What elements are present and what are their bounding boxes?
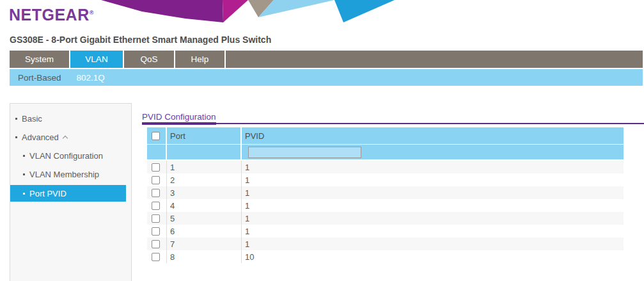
header-checkbox-cell <box>147 127 167 144</box>
filter-pvid-cell <box>242 145 624 159</box>
netgear-logo: NETGEAR® <box>9 6 94 24</box>
port-cell: 8 <box>167 250 242 263</box>
table-row: 7 1 <box>147 237 624 250</box>
nav-filler <box>226 51 643 68</box>
sidebar-item-label: Advanced <box>22 132 59 142</box>
sidebar-item-label: VLAN Configuration <box>29 151 103 161</box>
pvid-cell: 1 <box>242 173 624 186</box>
brand-banner-graphic <box>0 0 644 23</box>
section-heading: PVID Configuration <box>142 112 216 122</box>
checkbox-cell <box>147 250 167 263</box>
pvid-table: Port PVID 1 1 2 1 3 1 4 1 5 1 6 1 <box>147 127 624 263</box>
page-title: GS308E - 8-Port Gigabit Ethernet Smart M… <box>10 35 271 45</box>
filter-port-cell <box>167 145 242 159</box>
table-row: 8 10 <box>147 250 624 263</box>
table-row: 3 1 <box>147 186 624 199</box>
column-header-pvid: PVID <box>242 127 624 144</box>
row-checkbox[interactable] <box>152 202 160 210</box>
checkbox-cell <box>147 161 167 173</box>
pvid-cell: 1 <box>242 161 624 173</box>
port-cell: 2 <box>167 173 242 186</box>
select-all-checkbox[interactable] <box>152 132 160 140</box>
pvid-cell: 1 <box>242 212 624 225</box>
filter-checkbox-cell <box>147 145 167 159</box>
pvid-cell: 10 <box>242 250 624 263</box>
tab-help[interactable]: Help <box>175 51 226 68</box>
tab-qos[interactable]: QoS <box>124 51 175 68</box>
sidebar-menu: Basic Advanced VLAN Configuration VLAN M… <box>10 104 131 202</box>
bullet-square-icon <box>15 118 17 120</box>
main-nav: System VLAN QoS Help <box>10 51 643 68</box>
row-checkbox[interactable] <box>152 227 160 236</box>
table-row: 5 1 <box>147 212 624 225</box>
table-row: 1 1 <box>147 161 624 173</box>
collapse-arrow-icon <box>63 136 68 141</box>
sidebar-item-vlan-membership[interactable]: VLAN Membership <box>10 165 131 184</box>
checkbox-cell <box>147 237 167 250</box>
bullet-square-icon <box>23 173 25 175</box>
port-cell: 4 <box>167 199 242 212</box>
row-checkbox[interactable] <box>152 163 160 172</box>
tab-vlan[interactable]: VLAN <box>70 51 124 68</box>
pvid-filter-input[interactable] <box>248 147 361 158</box>
pvid-cell: 1 <box>242 186 624 199</box>
sidebar-item-port-pvid[interactable]: Port PVID <box>10 185 126 202</box>
subnav-item-8021q[interactable]: 802.1Q <box>77 73 105 83</box>
logo-text: NETGEAR <box>9 6 90 24</box>
sidebar-item-basic[interactable]: Basic <box>10 109 131 128</box>
table-filter-row <box>147 145 624 159</box>
sidebar-item-label: VLAN Membership <box>29 170 99 179</box>
heading-rule <box>142 123 644 124</box>
tab-system[interactable]: System <box>10 51 70 68</box>
pvid-cell: 1 <box>242 225 624 237</box>
sidebar-item-advanced[interactable]: Advanced <box>10 128 131 147</box>
checkbox-cell <box>147 225 167 237</box>
bullet-square-icon <box>23 193 25 195</box>
port-cell: 1 <box>167 161 242 173</box>
port-cell: 7 <box>167 237 242 250</box>
table-row: 6 1 <box>147 225 624 237</box>
sidebar-item-label: Basic <box>22 114 42 124</box>
row-checkbox[interactable] <box>152 253 160 261</box>
row-checkbox[interactable] <box>152 214 160 223</box>
port-cell: 3 <box>167 186 242 199</box>
checkbox-cell <box>147 173 167 186</box>
sub-nav: Port-Based 802.1Q <box>10 69 643 86</box>
sidebar: Basic Advanced VLAN Configuration VLAN M… <box>10 103 132 281</box>
row-checkbox[interactable] <box>152 189 160 197</box>
sidebar-item-vlan-configuration[interactable]: VLAN Configuration <box>10 147 131 165</box>
table-row: 2 1 <box>147 173 624 186</box>
heading-rule-accent <box>142 122 216 125</box>
checkbox-cell <box>147 212 167 225</box>
pvid-cell: 1 <box>242 237 624 250</box>
table-row: 4 1 <box>147 199 624 212</box>
bullet-square-icon <box>23 155 25 157</box>
port-cell: 6 <box>167 225 242 237</box>
checkbox-cell <box>147 186 167 199</box>
bullet-square-icon <box>15 136 17 138</box>
checkbox-cell <box>147 199 167 212</box>
table-header-row: Port PVID <box>147 127 624 144</box>
port-cell: 5 <box>167 212 242 225</box>
subnav-item-port-based[interactable]: Port-Based <box>18 73 61 83</box>
row-checkbox[interactable] <box>152 240 160 248</box>
row-checkbox[interactable] <box>152 176 160 184</box>
column-header-port: Port <box>167 127 242 144</box>
sidebar-item-label: Port PVID <box>29 189 67 198</box>
pvid-cell: 1 <box>242 199 624 212</box>
registered-mark: ® <box>90 10 94 16</box>
